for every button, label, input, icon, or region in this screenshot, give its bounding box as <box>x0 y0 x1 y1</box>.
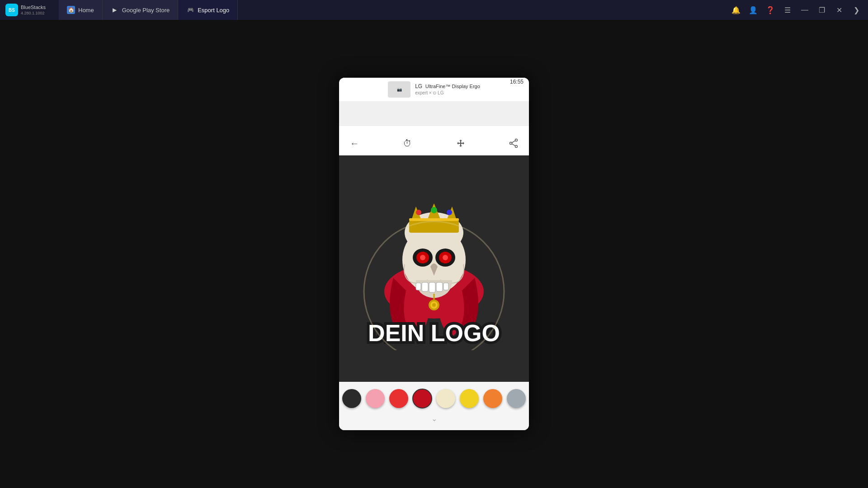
svg-point-12 <box>416 210 421 215</box>
color-palette: ⌄ <box>339 382 529 430</box>
ad-content: 📷 LG UltraFine™ Display Ergo expert × ⊙ … <box>388 81 480 98</box>
svg-point-20 <box>420 255 425 260</box>
logo-display: DEIN LOGO DEIN LOGO <box>357 188 511 350</box>
logo-svg: DEIN LOGO DEIN LOGO <box>357 188 511 350</box>
main-area: 16:55 📷 LG UltraFine™ Display Ergo exper… <box>0 20 868 488</box>
tab-home-label: Home <box>78 7 94 14</box>
svg-point-29 <box>432 303 436 307</box>
tab-home[interactable]: 🏠 Home <box>59 0 103 20</box>
color-row <box>339 389 529 408</box>
status-time: 16:55 <box>510 79 524 85</box>
share-button[interactable] <box>505 135 522 151</box>
tab-esport-label: Esport Logo <box>198 7 229 14</box>
ad-text: LG UltraFine™ Display Ergo expert × ⊙ LG <box>415 83 480 96</box>
expand-icon: ⌄ <box>431 414 437 423</box>
help-button[interactable]: ❓ <box>762 2 778 18</box>
menu-button[interactable]: ☰ <box>779 2 796 18</box>
close-button[interactable]: ✕ <box>831 2 847 18</box>
svg-point-1 <box>515 145 517 148</box>
restore-button[interactable]: ❐ <box>814 2 830 18</box>
svg-point-14 <box>447 210 452 215</box>
svg-rect-23 <box>429 282 435 292</box>
bluestacks-logo: BS BlueStacks 4.280.1.1002 <box>0 4 59 16</box>
color-red-bright[interactable] <box>389 389 408 408</box>
ad-image: 📷 <box>388 81 410 98</box>
tab-google-play[interactable]: ▶ Google Play Store <box>103 0 179 20</box>
phone-frame: 16:55 📷 LG UltraFine™ Display Ergo exper… <box>339 78 529 430</box>
svg-text:DEIN LOGO: DEIN LOGO <box>368 320 500 346</box>
svg-line-3 <box>512 141 515 143</box>
back-button[interactable]: ← <box>346 135 363 151</box>
home-icon: 🏠 <box>67 6 75 14</box>
bluestacks-icon: BS <box>5 4 18 16</box>
color-cream[interactable] <box>436 389 455 408</box>
play-icon: ▶ <box>111 6 119 14</box>
svg-rect-25 <box>416 283 421 290</box>
white-spacer <box>339 101 529 126</box>
color-gray[interactable] <box>507 389 526 408</box>
svg-point-2 <box>509 142 512 145</box>
minimize-button[interactable]: — <box>797 2 813 18</box>
bluestacks-version: 4.280.1.1002 <box>21 11 46 15</box>
transform-button[interactable] <box>453 135 469 151</box>
ad-brand: LG UltraFine™ Display Ergo <box>415 83 480 89</box>
svg-rect-15 <box>409 218 459 221</box>
svg-point-13 <box>431 207 437 213</box>
account-button[interactable]: 👤 <box>745 2 761 18</box>
titlebar: BS BlueStacks 4.280.1.1002 🏠 Home ▶ Goog… <box>0 0 868 20</box>
color-black[interactable] <box>342 389 361 408</box>
canvas-area: DEIN LOGO DEIN LOGO <box>339 155 529 382</box>
expand-palette-button[interactable]: ⌄ <box>429 413 439 425</box>
svg-point-0 <box>515 139 517 141</box>
color-pink[interactable] <box>366 389 385 408</box>
tab-esport[interactable]: 🎮 Esport Logo <box>178 0 238 20</box>
tab-play-label: Google Play Store <box>122 7 170 14</box>
notification-button[interactable]: 🔔 <box>728 2 744 18</box>
svg-rect-22 <box>422 282 428 291</box>
status-bar: 16:55 <box>505 78 529 86</box>
svg-rect-26 <box>443 283 448 290</box>
ad-banner[interactable]: 📷 LG UltraFine™ Display Ergo expert × ⊙ … <box>339 78 529 101</box>
color-red-dark[interactable] <box>413 389 432 408</box>
ad-sub: expert × ⊙ LG <box>415 90 443 95</box>
svg-point-21 <box>443 255 448 260</box>
tab-bar: 🏠 Home ▶ Google Play Store 🎮 Esport Logo <box>59 0 724 20</box>
history-button[interactable]: ⏱ <box>399 135 415 151</box>
toolbar: ← ⏱ <box>339 131 529 155</box>
esport-icon: 🎮 <box>186 6 194 14</box>
bluestacks-name: BlueStacks <box>21 5 46 10</box>
expand-button[interactable]: ❯ <box>848 2 864 18</box>
svg-line-4 <box>512 144 515 146</box>
color-yellow[interactable] <box>460 389 479 408</box>
svg-rect-24 <box>436 282 443 291</box>
window-controls: 🔔 👤 ❓ ☰ — ❐ ✕ ❯ <box>724 2 868 18</box>
color-orange[interactable] <box>483 389 502 408</box>
